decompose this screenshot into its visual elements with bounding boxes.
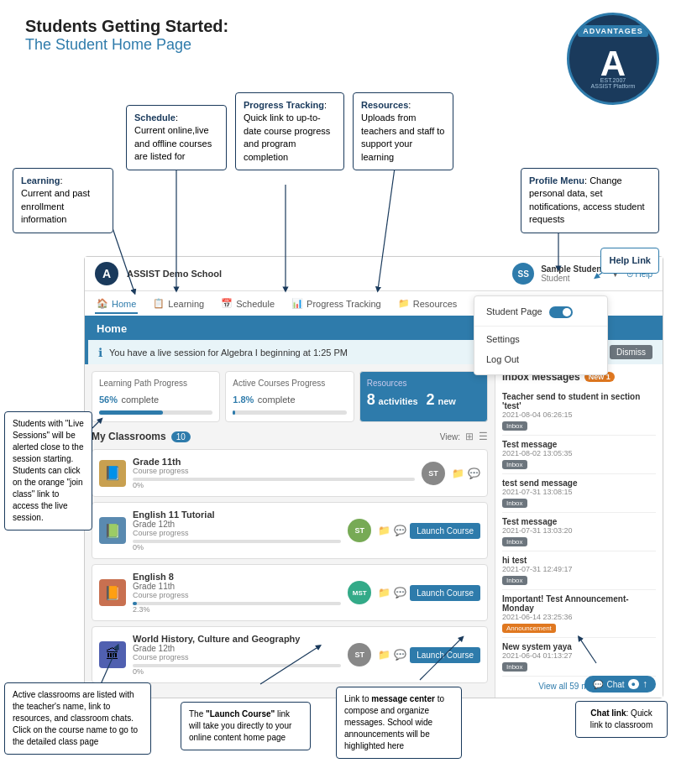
course-progress-label-1: Course progress: [133, 529, 341, 537]
dismiss-button[interactable]: Dismiss: [610, 345, 652, 359]
learning-progress-label: Learning Path Progress: [99, 379, 212, 388]
msg-badge-4: Inbox: [502, 576, 527, 585]
msg-date-0: 2021-08-04 06:26:15: [502, 410, 656, 419]
course-icon-0: 📘: [99, 460, 126, 487]
resource-icon-1[interactable]: 📁: [378, 525, 390, 536]
chat-icon-0[interactable]: 💬: [468, 468, 480, 479]
course-actions-1: 📁 💬 Launch Course: [378, 523, 480, 539]
logo-est: EST.2007: [591, 77, 636, 83]
launch-button-2[interactable]: Launch Course: [410, 585, 480, 601]
callout-profile-label: Profile Menu: [529, 175, 584, 186]
msg-subject-5: Important! Test Announcement- Monday: [502, 594, 656, 613]
nav-resources[interactable]: 📁 Resources: [396, 295, 459, 312]
student-page-toggle[interactable]: [549, 306, 573, 318]
msg-subject-6: New system yaya: [502, 642, 656, 651]
course-info-1: English 11 Tutorial Grade 12th Course pr…: [133, 510, 341, 551]
chat-icon-2[interactable]: 💬: [394, 587, 406, 598]
main-title: Students Getting Started:: [25, 17, 659, 36]
resources-card: Resources 8 activities 2 new: [359, 371, 488, 422]
course-name-3[interactable]: World History, Culture and Geography: [133, 634, 341, 644]
course-actions-2: 📁 💬 Launch Course: [378, 585, 480, 601]
callout-progress: Progress Tracking: Quick link to up-to-d…: [235, 92, 344, 170]
course-name-1[interactable]: English 11 Tutorial: [133, 510, 341, 520]
callout-resources-text: Uploads from teachers and staff to suppo…: [361, 112, 444, 161]
launch-button-1[interactable]: Launch Course: [410, 523, 480, 539]
dropdown-settings[interactable]: Settings: [474, 329, 607, 349]
callout-help: Help Link: [600, 248, 659, 274]
chat-upload-icon[interactable]: ↑: [642, 678, 647, 690]
annot-launch: The "Launch Course" link will take you d…: [181, 702, 311, 750]
nav-learning[interactable]: 📋 Learning: [151, 295, 206, 312]
teacher-avatar-1: ST: [348, 519, 371, 542]
learning-progress-value: 56% complete: [99, 391, 212, 406]
resource-icon-2[interactable]: 📁: [378, 587, 390, 598]
view-list-icon[interactable]: ☰: [479, 431, 488, 442]
callout-profile: Profile Menu: Change personal data, set …: [521, 168, 659, 233]
dropdown-logout[interactable]: Log Out: [474, 349, 607, 369]
course-row-1: 📗 English 11 Tutorial Grade 12th Course …: [92, 502, 488, 559]
msg-badge-5: Announcement: [502, 624, 556, 633]
chat-button[interactable]: 💬 Chat ● ↑: [584, 676, 656, 693]
chat-icon-3[interactable]: 💬: [394, 649, 406, 661]
resources-label: Resources: [367, 379, 480, 388]
inbox-message-5: Important! Test Announcement- Monday 202…: [502, 590, 656, 638]
msg-subject-4: hi test: [502, 556, 656, 565]
course-info-0: Grade 11th Course progress 0%: [133, 457, 415, 489]
msg-date-4: 2021-07-31 12:49:17: [502, 565, 656, 573]
annot-classrooms-text: Active classrooms are listed with the te…: [13, 690, 138, 746]
callout-schedule-label: Schedule: [134, 112, 176, 123]
annot-classrooms: Active classrooms are listed with the te…: [4, 682, 151, 755]
course-name-2[interactable]: English 8: [133, 572, 341, 582]
nav-home[interactable]: 🏠 Home: [95, 295, 138, 314]
inbox-message-3: Test message 2021-07-31 13:03:20 Inbox: [502, 513, 656, 551]
classrooms-title: My Classrooms: [92, 431, 166, 442]
resource-icon-3[interactable]: 📁: [378, 649, 390, 661]
chat-icon-1[interactable]: 💬: [394, 525, 406, 536]
msg-badge-3: Inbox: [502, 537, 527, 546]
course-progress-label-3: Course progress: [133, 653, 341, 661]
course-info-3: World History, Culture and Geography Gra…: [133, 634, 341, 676]
inbox-message-2: test send message 2021-07-31 13:08:15 In…: [502, 474, 656, 513]
callout-learning-label: Learning: [21, 175, 60, 186]
callout-progress-text: Quick link to up-to-date course progress…: [244, 112, 330, 161]
course-row-0: 📘 Grade 11th Course progress 0% ST 📁 💬: [92, 449, 488, 497]
course-progress-label-0: Course progress: [133, 467, 415, 475]
msg-date-6: 2021-06-04 01:13:27: [502, 651, 656, 660]
resource-icon-0[interactable]: 📁: [452, 468, 464, 479]
app-header: A ASSIST Demo School SS Sample Student S…: [85, 257, 663, 291]
course-grade-2: Grade 11th: [133, 582, 341, 591]
callout-schedule-text: Current online,live and offline courses …: [134, 125, 212, 161]
app-area: A ASSIST Demo School SS Sample Student S…: [84, 256, 663, 698]
course-row-3: 🏛 World History, Culture and Geography G…: [92, 626, 488, 683]
dropdown-student-page[interactable]: Student Page: [474, 301, 607, 323]
callout-learning-text: Current and past enrollment information: [21, 188, 90, 224]
inbox-message-4: hi test 2021-07-31 12:49:17 Inbox: [502, 551, 656, 590]
nav-progress[interactable]: 📊 Progress Tracking: [290, 295, 383, 312]
course-row-2: 📙 English 8 Grade 11th Course progress 2…: [92, 564, 488, 621]
courses-progress-label: Active Courses Progress: [233, 379, 346, 388]
classrooms-header: My Classrooms 10 View: ⊞ ☰: [92, 431, 488, 442]
inbox-message-0: Teacher send to student in section 'test…: [502, 388, 656, 436]
msg-subject-0: Teacher send to student in section 'test…: [502, 392, 656, 410]
school-name: ASSIST Demo School: [127, 269, 504, 279]
annot-chat: Chat link: Quick link to classroom: [575, 701, 668, 738]
msg-date-5: 2021-06-14 23:25:36: [502, 613, 656, 621]
nav-schedule[interactable]: 📅 Schedule: [219, 295, 276, 312]
course-info-2: English 8 Grade 11th Course progress 2.3…: [133, 572, 341, 614]
callout-resources: Resources: Uploads from teachers and sta…: [353, 92, 453, 170]
launch-button-3[interactable]: Launch Course: [410, 647, 480, 663]
course-pct-0: 0%: [133, 481, 415, 489]
learning-progress-bar-bg: [99, 410, 212, 415]
page-title-area: Students Getting Started: The Student Ho…: [25, 17, 659, 54]
courses-progress-card: Active Courses Progress 1.8% complete: [225, 371, 354, 422]
callout-live-sessions: Students with "Live Sessions" will be al…: [4, 411, 92, 531]
callout-live-text: Students with "Live Sessions" will be al…: [13, 419, 84, 522]
msg-badge-0: Inbox: [502, 421, 527, 431]
view-grid-icon[interactable]: ⊞: [465, 431, 474, 442]
chat-toggle[interactable]: ●: [628, 679, 639, 689]
msg-date-2: 2021-07-31 13:08:15: [502, 488, 656, 496]
teacher-avatar-3: ST: [348, 643, 371, 666]
msg-badge-2: Inbox: [502, 499, 527, 508]
course-grade-3: Grade 12th: [133, 644, 341, 653]
course-icon-2: 📙: [99, 579, 126, 606]
